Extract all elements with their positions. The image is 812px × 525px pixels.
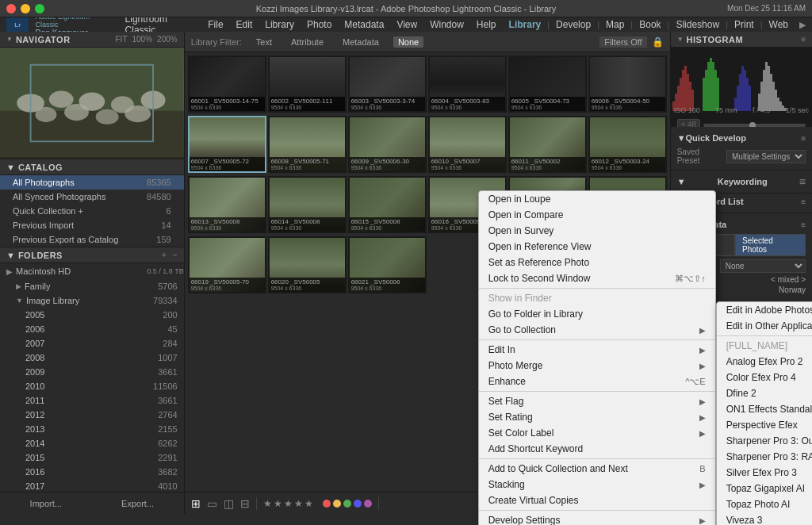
- module-web[interactable]: Web: [763, 17, 795, 32]
- folder-year-2009[interactable]: 20093661: [0, 365, 184, 379]
- menu-edit[interactable]: Edit: [230, 17, 259, 32]
- kw-options-icon[interactable]: ≡: [799, 175, 806, 188]
- folder-year-2014[interactable]: 20146262: [0, 436, 184, 450]
- cm-set-rating[interactable]: Set Rating ▶: [479, 409, 715, 425]
- photo-cell-row1-1[interactable]: 66008 _SV50005-719504 x 6336: [268, 116, 347, 173]
- meta-options-icon[interactable]: ≡: [801, 220, 806, 229]
- compare-view-icon[interactable]: ◫: [224, 497, 234, 510]
- photo-cell-row1-0[interactable]: 66007 _SV50005-729504 x 6336: [188, 116, 266, 173]
- color-filter-yellow[interactable]: [333, 500, 341, 508]
- cm-open-survey[interactable]: Open in Survey: [479, 223, 715, 239]
- menu-photo[interactable]: Photo: [301, 17, 338, 32]
- menu-view[interactable]: View: [390, 17, 423, 32]
- sm-topaz-gigapixel[interactable]: Topaz Gigapixel AI: [717, 481, 812, 496]
- photo-cell-row2-2[interactable]: 66015 _SV500089504 x 6336: [348, 176, 427, 233]
- cm-create-virtual-copies[interactable]: Create Virtual Copies: [479, 492, 715, 508]
- color-filter-blue[interactable]: [354, 500, 362, 508]
- catalog-synced-photos[interactable]: All Synced Photographs 84580: [0, 190, 184, 204]
- qd-preset-select[interactable]: Multiple Settings: [726, 150, 806, 163]
- loupe-view-icon[interactable]: ▭: [207, 497, 217, 510]
- keywording-header[interactable]: ▼ Keywording ≡: [677, 174, 806, 190]
- cm-go-collection[interactable]: Go to Collection ▶: [479, 322, 715, 338]
- submenu-edit-in[interactable]: Edit in Adobe Photoshop 2024... Edit in …: [716, 301, 812, 525]
- menu-help[interactable]: Help: [470, 17, 503, 32]
- histogram-header[interactable]: ▼ Histogram ≡: [671, 32, 812, 48]
- filter-lock-icon[interactable]: 🔒: [652, 36, 664, 48]
- cm-lock-second-window[interactable]: Lock to Second Window ⌘⌥⇧↑: [479, 270, 715, 286]
- catalog-prev-import[interactable]: Previous Import 14: [0, 218, 184, 232]
- cm-set-flag[interactable]: Set Flag ▶: [479, 393, 715, 409]
- color-filter-red[interactable]: [323, 500, 331, 508]
- sm-topaz-photo-ai[interactable]: Topaz Photo AI: [717, 496, 812, 512]
- folder-year-2011[interactable]: 20113661: [0, 393, 184, 408]
- photo-cell-row0-1[interactable]: 66002 _SV50002-1119504 x 6336: [268, 56, 347, 113]
- zoom-100[interactable]: 100%: [132, 35, 153, 44]
- menu-library[interactable]: Library: [259, 17, 301, 32]
- exposure-slider-thumb[interactable]: [749, 122, 756, 128]
- sm-full-name[interactable]: [FULL_NAME]: [717, 338, 812, 354]
- module-book[interactable]: Book: [633, 17, 667, 32]
- meta-tab-selected[interactable]: Selected Photos: [735, 234, 806, 256]
- photo-cell-row0-5[interactable]: 66006 _SV50004-509504 x 6336: [588, 56, 667, 113]
- cm-show-finder[interactable]: Show in Finder: [479, 290, 715, 306]
- cm-enhance[interactable]: Enhance ^⌥E: [479, 374, 715, 389]
- filter-metadata[interactable]: Metadata: [338, 36, 384, 48]
- grid-view-icon[interactable]: ⊞: [191, 497, 201, 510]
- zoom-fit[interactable]: FIT: [116, 35, 128, 44]
- catalog-quick-collection[interactable]: Quick Collection + 6: [0, 204, 184, 218]
- catalog-prev-export[interactable]: Previous Export as Catalog 159: [0, 232, 184, 247]
- cm-edit-in[interactable]: Edit In ▶: [479, 342, 715, 358]
- folder-year-2015[interactable]: 20152291: [0, 450, 184, 465]
- quick-develop-header[interactable]: ▼ Quick Develop ≡: [677, 130, 806, 146]
- folder-disk[interactable]: ▶ Macintosh HD 0.5 / 1.8 TB: [0, 263, 184, 279]
- cm-photo-merge[interactable]: Photo Merge ▶: [479, 358, 715, 374]
- star-2[interactable]: ★: [274, 498, 282, 509]
- folders-minus-icon[interactable]: −: [173, 251, 178, 259]
- star-3[interactable]: ★: [284, 498, 293, 509]
- exposure-slider[interactable]: [703, 124, 806, 127]
- sm-perspective-efex[interactable]: Perspective Efex: [717, 417, 812, 433]
- histogram-options-icon[interactable]: ≡: [801, 35, 806, 44]
- filter-none[interactable]: None: [393, 36, 423, 48]
- sm-edit-photoshop[interactable]: Edit in Adobe Photoshop 2024...: [717, 302, 812, 318]
- sm-sharpener-raw[interactable]: Sharpener Pro 3: RAW Presharpener: [717, 449, 812, 465]
- catalog-header[interactable]: ▼ Catalog: [0, 159, 184, 175]
- folder-year-2010[interactable]: 201011506: [0, 379, 184, 393]
- photo-cell-row1-3[interactable]: 66010 _SV500079504 x 6336: [428, 116, 507, 173]
- module-library[interactable]: Library: [503, 17, 548, 32]
- import-button[interactable]: Import...: [24, 499, 68, 508]
- module-map[interactable]: Map: [599, 17, 630, 32]
- sm-silver-efex[interactable]: Silver Efex Pro 3: [717, 465, 812, 481]
- sm-analog-efex[interactable]: Analog Efex Pro 2: [717, 354, 812, 370]
- cm-stacking[interactable]: Stacking ▶: [479, 477, 715, 492]
- minimize-button[interactable]: [21, 4, 30, 13]
- survey-view-icon[interactable]: ⊟: [240, 497, 250, 510]
- folder-year-2017[interactable]: 20174010: [0, 479, 184, 492]
- cm-open-reference-view[interactable]: Open in Reference View: [479, 239, 715, 255]
- close-button[interactable]: [6, 4, 16, 13]
- filter-attribute[interactable]: Attribute: [286, 36, 328, 48]
- star-5[interactable]: ★: [304, 498, 313, 509]
- folder-year-2005[interactable]: 2005200: [0, 308, 184, 322]
- star-4[interactable]: ★: [294, 498, 303, 509]
- zoom-200[interactable]: 200%: [157, 35, 178, 44]
- sm-dfine[interactable]: Dfine 2: [717, 385, 812, 401]
- cm-open-loupe[interactable]: Open in Loupe: [479, 191, 715, 207]
- cm-open-compare[interactable]: Open in Compare: [479, 207, 715, 223]
- folder-family[interactable]: ▶ Family 5706: [0, 279, 184, 293]
- photo-cell-row3-0[interactable]: 66019 _SV50005-709504 x 6336: [188, 236, 266, 293]
- photo-cell-row2-1[interactable]: 66014 _SV500089504 x 6336: [268, 176, 347, 233]
- sm-edit-other-app[interactable]: Edit in Other Application...: [717, 318, 812, 334]
- folder-year-2007[interactable]: 2007284: [0, 336, 184, 351]
- photo-cell-row3-1[interactable]: 66020 _SV500059504 x 6336: [268, 236, 347, 293]
- menu-lightroom[interactable]: Lightroom Classic: [119, 17, 202, 32]
- folder-year-2013[interactable]: 20132155: [0, 422, 184, 436]
- kl-options-icon[interactable]: ≡: [801, 197, 806, 206]
- photo-cell-row1-4[interactable]: 66011 _SV500029504 x 6336: [508, 116, 587, 173]
- folders-header[interactable]: ▼ Folders + −: [0, 247, 184, 263]
- photo-cell-row0-0[interactable]: 66001 _SV50003-14-759504 x 6336: [188, 56, 266, 113]
- maximize-button[interactable]: [35, 4, 44, 13]
- folder-year-2016[interactable]: 20163682: [0, 465, 184, 479]
- star-1[interactable]: ★: [263, 498, 272, 509]
- navigator-header[interactable]: ▼ Navigator FIT 100% 200%: [0, 32, 184, 48]
